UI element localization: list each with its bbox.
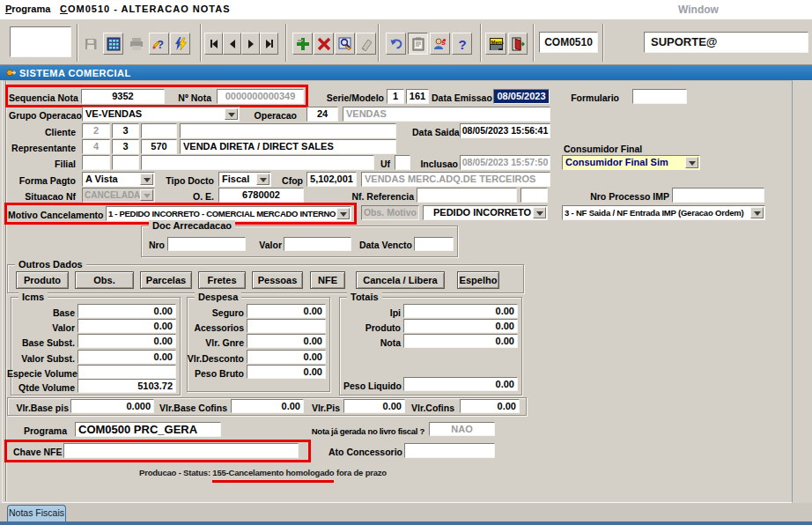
eraser-icon — [359, 37, 373, 51]
profile-button[interactable]: s — [430, 33, 450, 55]
filial-cod2-field[interactable] — [112, 155, 139, 170]
representante-cod2-field[interactable]: 3 — [112, 139, 139, 154]
oe-field[interactable]: 6780002 — [218, 188, 304, 203]
vlr-base-cofins-field[interactable]: 0.00 — [231, 399, 304, 413]
vlr-gnre-field[interactable]: 0.00 — [247, 334, 326, 348]
vlr-cofins-field[interactable]: 0.00 — [460, 399, 520, 413]
doc-valor-field[interactable] — [284, 237, 351, 251]
insert-record-button[interactable] — [292, 33, 313, 55]
forma-pagto-combo[interactable]: A Vista — [82, 172, 155, 187]
peso-bruto-field[interactable]: 0.00 — [247, 365, 326, 379]
qtde-volume-field[interactable]: 5103.72 — [78, 379, 176, 393]
keypad-button[interactable] — [103, 33, 123, 55]
operacao-code-field[interactable]: 24 — [306, 107, 338, 122]
next-record-button[interactable] — [241, 33, 260, 55]
cliente-cod1-field[interactable]: 2 — [82, 123, 110, 138]
representante-cod3-field[interactable]: 570 — [141, 139, 177, 154]
help-button[interactable]: ? — [452, 33, 472, 55]
obs-button[interactable]: Obs. — [75, 271, 134, 289]
execute-button[interactable] — [170, 33, 190, 55]
delete-record-button[interactable] — [314, 33, 334, 55]
representante-cod1-field[interactable]: 4 — [82, 139, 110, 154]
serie-field[interactable]: 1 — [387, 89, 404, 104]
ipi-field[interactable]: 0.00 — [403, 304, 518, 318]
formulario-field[interactable] — [632, 89, 687, 104]
nfe-button[interactable]: NFE — [310, 271, 345, 289]
icms-valor-subst-field[interactable]: 0.00 — [78, 350, 176, 364]
enter-query-button[interactable] — [335, 33, 355, 55]
nf-referencia-field[interactable] — [417, 188, 517, 203]
vlr-base-pis-field[interactable]: 0.000 — [70, 399, 154, 413]
ato-concessorio-field[interactable] — [404, 443, 495, 458]
save-button[interactable] — [80, 33, 100, 55]
chevron-down-icon[interactable] — [140, 174, 153, 185]
uf-field[interactable] — [395, 155, 410, 170]
cliente-cod3-field[interactable] — [141, 123, 177, 138]
chevron-down-icon[interactable] — [225, 108, 238, 120]
undo-button[interactable] — [386, 33, 406, 55]
data-saida-field[interactable]: 08/05/2023 15:56:41 — [460, 123, 550, 138]
totais-nota-field[interactable]: 0.00 — [403, 334, 518, 348]
peso-liquido-field[interactable]: 0.00 — [403, 377, 518, 391]
icms-valor-field[interactable]: 0.00 — [78, 319, 176, 333]
espelho-button[interactable]: Espelho — [457, 271, 499, 289]
tipo-docto-combo[interactable]: Fiscal — [218, 172, 271, 187]
pessoas-button[interactable]: Pessoas — [252, 271, 303, 289]
especie-volume-field[interactable] — [78, 365, 176, 379]
paste-button[interactable] — [408, 33, 428, 55]
nro-processo-imp-field[interactable] — [672, 188, 764, 203]
data-emissao-field[interactable]: 08/05/2023 — [493, 89, 550, 104]
icms-base-field[interactable]: 0.00 — [78, 304, 176, 318]
nf-referencia-field2[interactable] — [520, 188, 548, 203]
modelo-field[interactable]: 161 — [406, 89, 429, 104]
previous-record-button[interactable] — [223, 33, 241, 55]
cfop-label: Cfop — [280, 175, 303, 186]
seguro-field[interactable]: 0.00 — [247, 304, 326, 318]
motivo-resumo-combo[interactable]: PEDIDO INCORRETO — [423, 205, 548, 220]
chevron-down-icon[interactable] — [256, 174, 269, 185]
cancela-libera-button[interactable]: Cancela / Libera — [356, 271, 445, 289]
acessorios-field[interactable] — [247, 319, 326, 333]
cliente-desc-field[interactable] — [180, 123, 396, 138]
doc-nro-field[interactable] — [167, 237, 246, 251]
sequencia-nota-field[interactable]: 9352 — [81, 89, 165, 104]
first-record-button[interactable] — [204, 33, 223, 55]
chave-nfe-field[interactable] — [63, 443, 299, 458]
menu-programa[interactable]: Programa — [5, 4, 50, 14]
produto-button[interactable]: Produto — [16, 271, 69, 289]
chevron-down-icon[interactable] — [750, 207, 764, 218]
cliente-cod2-field[interactable]: 3 — [112, 123, 139, 138]
cfop-code-field[interactable]: 5,102,001 — [306, 172, 357, 187]
last-record-icon — [266, 40, 273, 48]
representante-desc-field[interactable]: VENDA DIRETA / DIRECT SALES — [180, 139, 396, 154]
vlr-pis-field[interactable]: 0.00 — [343, 399, 405, 413]
menu-window[interactable]: Window — [678, 4, 719, 16]
programa-field[interactable]: COM0500 PRC_GERA — [75, 422, 221, 437]
icms-base-subst-field[interactable]: 0.00 — [78, 334, 176, 348]
print-button[interactable] — [126, 33, 146, 55]
tipo-geracao-combo[interactable]: 3 - NF Saida / NF Entrada IMP (Geracao O… — [562, 205, 765, 220]
consumidor-final-combo[interactable]: Consumidor Final Sim — [562, 155, 700, 170]
chevron-down-icon[interactable] — [685, 157, 698, 168]
parcelas-button[interactable]: Parcelas — [140, 271, 192, 289]
chevron-down-icon[interactable] — [336, 208, 350, 219]
filial-cod1-field[interactable] — [82, 155, 110, 170]
last-record-button[interactable] — [260, 33, 278, 55]
exit-button[interactable] — [508, 33, 528, 55]
doc-data-vencto-field[interactable] — [414, 237, 454, 251]
svg-text:?: ? — [458, 37, 466, 51]
totais-produto-field[interactable]: 0.00 — [403, 319, 518, 333]
menu-button[interactable]: Menu — [485, 33, 506, 55]
motivo-cancelamento-combo[interactable]: 1 - PEDIDO INCORRETO - COMERCIAL MERCADO… — [106, 206, 351, 221]
user-box[interactable]: SUPORTE@ — [644, 32, 808, 53]
fretes-button[interactable]: Fretes — [198, 271, 246, 289]
chevron-down-icon[interactable] — [533, 207, 546, 218]
grupo-operacao-combo[interactable]: VE-VENDAS — [82, 107, 240, 122]
tab-notas-fiscais[interactable]: Notas Fiscais — [7, 505, 66, 521]
clipboard-icon — [411, 37, 425, 51]
vlr-desconto-field[interactable]: 0.00 — [247, 350, 326, 364]
clear-record-button[interactable] — [356, 33, 376, 55]
filial-desc-field[interactable] — [141, 155, 374, 170]
toolbar-separator — [602, 24, 604, 62]
help-wizard-button[interactable]: ? — [149, 33, 169, 55]
